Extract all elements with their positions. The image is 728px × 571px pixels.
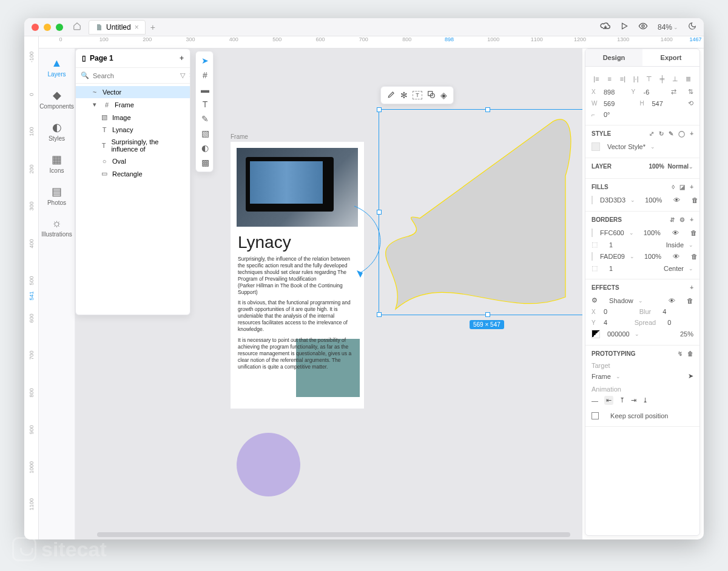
apply-style-icon[interactable]: ◯ [678,130,685,137]
effect-spread[interactable]: 0 [667,319,693,326]
pos-x-input[interactable]: 898 [604,88,626,96]
size-w-input[interactable]: 569 [604,100,635,107]
handle-top-left[interactable] [377,107,382,112]
body-paragraph-3[interactable]: It is necessary to point out that the po… [238,337,357,370]
flip-v-icon[interactable]: ⇅ [688,88,693,96]
handle-bottom-left[interactable] [377,312,382,317]
detach-style-icon[interactable]: ⤢ [649,130,654,137]
proto-link-icon[interactable]: ↯ [678,350,682,357]
add-fill-icon[interactable]: + [690,184,693,190]
cloud-sync-icon[interactable] [601,21,610,33]
effect-y[interactable]: 4 [604,319,630,326]
layer-row-surprisingly-the-inf[interactable]: TSurprisingly, the influence of [76,136,190,155]
pos-y-input[interactable]: -6 [643,88,666,96]
keep-scroll-checkbox[interactable] [592,412,599,419]
add-border-icon[interactable]: + [690,216,693,223]
sidebar-components[interactable]: ◆Components [39,85,75,113]
sidebar-layers[interactable]: ▲Layers [39,53,75,81]
border-opacity[interactable]: 100% [644,229,661,236]
handle-bottom-mid[interactable] [485,312,490,317]
handle-left-mid[interactable] [377,210,382,215]
frame[interactable]: Lynacy Surprisingly, the influence of th… [231,142,364,409]
image-layer[interactable] [237,148,358,227]
align-right-icon[interactable]: ≡| [618,74,627,84]
anim-slide-up-icon[interactable]: ⤒ [619,396,625,404]
fill-delete-icon[interactable]: 🗑 [692,196,698,204]
border-settings-icon[interactable]: ⚙ [679,216,685,223]
border-width[interactable]: 1 [609,241,613,249]
filter-icon[interactable]: ▽ [180,72,185,79]
align-bottom-icon[interactable]: ⊥ [670,74,680,84]
sidebar-photos[interactable]: ▤Photos [39,181,75,210]
minimize-window[interactable] [44,24,51,31]
close-window[interactable] [32,24,39,31]
align-vcenter-icon[interactable]: ╪ [658,74,667,84]
frame-tool[interactable]: # [198,68,212,82]
style-name[interactable]: Vector Style* [607,143,645,150]
effect-blur[interactable]: 4 [662,308,693,315]
distribute-h-icon[interactable]: |∙| [631,74,641,84]
proto-delete-icon[interactable]: 🗑 [687,350,693,357]
border-visible-icon[interactable]: 👁 [672,229,679,236]
edit-style-icon[interactable]: ✎ [669,130,673,137]
page-selector[interactable]: ▯ Page 1 + [76,49,190,68]
border-hex[interactable]: FADE09 [600,253,625,260]
effect-color-swatch[interactable] [592,330,600,338]
align-top-icon[interactable]: ⊤ [644,74,654,84]
effect-visible-icon[interactable]: 👁 [669,297,675,304]
add-page-button[interactable]: + [180,54,184,62]
add-effect-icon[interactable]: + [690,284,693,291]
anim-slide-right-icon[interactable]: ⇥ [631,396,636,404]
design-tab[interactable]: Design [585,49,642,66]
mask-icon[interactable] [427,90,436,101]
layer-row-image[interactable]: ▧Image [76,111,190,124]
effect-settings-icon[interactable]: ⚙ [592,296,598,304]
boolean-icon[interactable]: ◈ [440,90,447,100]
fill-swatch[interactable] [592,196,593,204]
effect-color-opacity[interactable]: 25% [680,330,693,338]
image-tool[interactable]: ▧ [198,127,212,140]
border-sort-icon[interactable]: ⇵ [670,216,675,223]
component-tool[interactable]: ▩ [198,156,212,169]
border-position[interactable]: Inside [666,241,684,249]
border-hex[interactable]: FFC600 [600,229,624,236]
layer-search-input[interactable] [93,72,177,79]
theme-icon[interactable] [688,22,696,33]
body-paragraph-2[interactable]: It is obvious, that the functional progr… [238,299,357,333]
distribute-v-icon[interactable]: ≣ [684,74,693,84]
rotation-input[interactable]: 0° [604,111,693,118]
fill-hex[interactable]: D3D3D3 [600,196,625,204]
selection-box[interactable] [379,109,582,315]
new-tab-button[interactable]: + [150,22,155,32]
fill-blend-icon[interactable]: ◪ [679,184,685,190]
horizontal-scrollbar[interactable] [97,532,570,537]
oval-layer[interactable] [237,433,300,496]
frame-label[interactable]: Frame [231,133,248,140]
sidebar-icons[interactable]: ▦Icons [39,149,75,178]
sidebar-styles[interactable]: ◐Styles [39,117,75,145]
play-icon[interactable] [620,22,629,33]
add-style-icon[interactable]: + [690,130,693,137]
snowflake-icon[interactable]: ✻ [400,90,408,100]
select-tool[interactable]: ➤ [198,54,212,67]
align-left-icon[interactable]: |≡ [592,74,601,84]
avatar-tool[interactable]: ◐ [198,141,212,155]
close-search-icon[interactable]: ⨯ [189,72,190,79]
effect-color[interactable]: 000000 [607,330,630,338]
border-width[interactable]: 1 [609,265,613,272]
text-box-icon[interactable]: T [413,91,422,99]
border-swatch[interactable] [592,229,593,237]
layer-row-rectangle[interactable]: ▭Rectangle [76,167,190,180]
align-hcenter-icon[interactable]: ≡ [605,74,615,84]
heading-text[interactable]: Lynacy [238,233,357,252]
border-delete-icon[interactable]: 🗑 [691,253,698,260]
layer-opacity[interactable]: 100% [649,163,664,170]
proto-target[interactable]: Frame [592,373,611,380]
caret-icon[interactable]: ▾ [90,101,99,109]
fill-opacity[interactable]: 100% [645,196,662,204]
anim-slide-left-icon[interactable]: ⇤ [604,396,613,405]
file-tab[interactable]: Untitled × [89,20,146,35]
sidebar-illustrations[interactable]: ☼Illustrations [39,213,75,241]
export-tab[interactable]: Export [642,49,699,66]
size-h-input[interactable]: 547 [652,100,684,107]
